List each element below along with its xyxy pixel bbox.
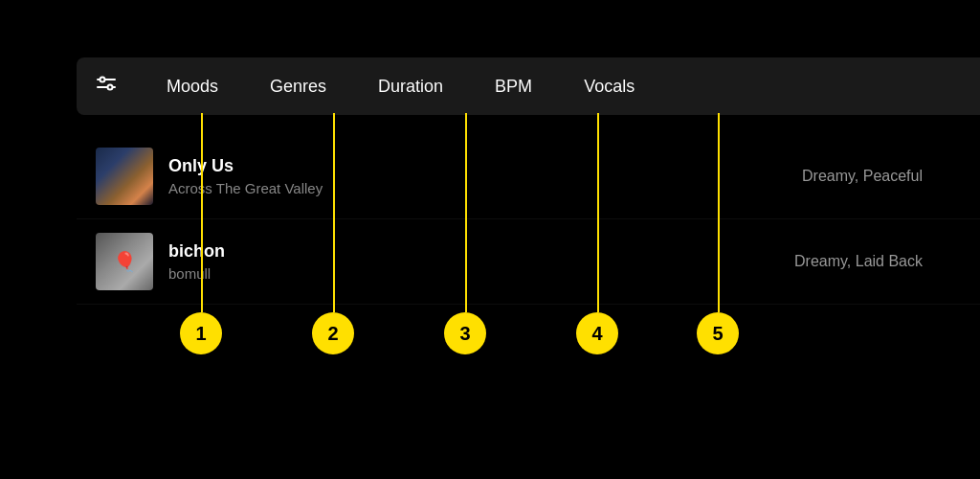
track-list: Only Us Across The Great Valley Dreamy, … bbox=[77, 134, 980, 479]
filter-icon[interactable] bbox=[96, 74, 117, 100]
list-item[interactable]: 🎈 bichon bomull Dreamy, Laid Back bbox=[77, 219, 980, 305]
track-title: Only Us bbox=[168, 156, 802, 176]
svg-point-2 bbox=[100, 77, 105, 81]
nav-genres[interactable]: Genres bbox=[258, 69, 338, 104]
balloon-icon: 🎈 bbox=[113, 250, 137, 273]
track-thumbnail: 🎈 bbox=[96, 233, 153, 290]
nav-vocals[interactable]: Vocals bbox=[572, 69, 646, 104]
track-info: Only Us Across The Great Valley bbox=[168, 156, 802, 196]
track-info: bichon bomull bbox=[168, 241, 794, 282]
nav-bpm[interactable]: BPM bbox=[483, 69, 544, 104]
track-mood: Dreamy, Laid Back bbox=[794, 253, 961, 270]
track-artist: Across The Great Valley bbox=[168, 180, 802, 196]
nav-moods[interactable]: Moods bbox=[155, 69, 230, 104]
list-item[interactable]: Only Us Across The Great Valley Dreamy, … bbox=[77, 134, 980, 219]
track-mood: Dreamy, Peaceful bbox=[802, 168, 961, 185]
track-artist: bomull bbox=[168, 265, 794, 282]
nav-duration[interactable]: Duration bbox=[367, 69, 455, 104]
track-title: bichon bbox=[168, 241, 794, 262]
filter-bar: Moods Genres Duration BPM Vocals bbox=[77, 57, 980, 115]
svg-point-3 bbox=[108, 84, 113, 89]
track-thumbnail bbox=[96, 148, 153, 205]
